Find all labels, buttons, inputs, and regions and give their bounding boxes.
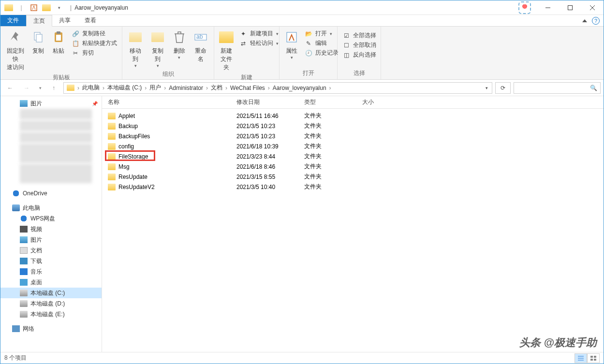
column-size[interactable]: 大小 (358, 98, 407, 106)
chevron-right-icon[interactable]: › (75, 85, 81, 91)
forward-button[interactable]: → (20, 82, 33, 94)
nav-blurred-item[interactable] (20, 144, 92, 163)
breadcrumb-root-icon[interactable] (66, 85, 75, 91)
paste-shortcut-button[interactable]: 📋粘贴快捷方式 (72, 39, 117, 47)
nav-wps[interactable]: WPS网盘 (0, 213, 102, 224)
file-row[interactable]: config2021/6/18 10:39文件夹 (102, 141, 604, 151)
select-none-button[interactable]: ☐全部取消 (342, 41, 376, 49)
file-name: BackupFiles (118, 133, 150, 140)
breadcrumb-seg[interactable]: 本地磁盘 (C:) (106, 84, 143, 92)
navigation-pane[interactable]: 图片📌 OneDrive 此电脑 WPS网盘 视频 图片 文档 下载 音乐 桌面… (0, 96, 102, 352)
tab-view[interactable]: 查看 (78, 15, 103, 26)
thumbnails-view-button[interactable] (587, 353, 600, 363)
column-name[interactable]: 名称 (102, 98, 233, 106)
tab-share[interactable]: 共享 (52, 15, 78, 26)
chevron-right-icon[interactable]: › (143, 85, 148, 91)
recent-locations-button[interactable]: ▾ (36, 82, 44, 94)
search-input[interactable]: 🔍 (514, 82, 601, 94)
breadcrumb-seg[interactable]: 文档 (210, 84, 223, 92)
assistant-icon[interactable] (518, 1, 531, 14)
file-row[interactable]: ResUpdateV22021/3/5 10:40文件夹 (102, 182, 604, 192)
nav-drive-c[interactable]: 本地磁盘 (C:) (0, 288, 102, 298)
nav-pictures[interactable]: 图片📌 (0, 98, 102, 109)
help-icon[interactable]: ? (592, 17, 600, 25)
file-row[interactable]: Msg2021/6/18 8:46文件夹 (102, 161, 604, 172)
back-button[interactable]: ← (3, 82, 17, 94)
pin-to-quick-access-button[interactable]: 固定到快 速访问 (2, 29, 28, 73)
maximize-button[interactable] (559, 0, 581, 15)
cut-button[interactable]: ✂剪切 (72, 49, 117, 57)
rename-button[interactable]: ab重命名 (190, 29, 212, 64)
folder-icon (108, 133, 116, 140)
close-button[interactable] (581, 0, 604, 15)
breadcrumb-seg[interactable]: 用户 (148, 84, 162, 92)
new-item-button[interactable]: ✦新建项目 (239, 29, 279, 38)
nav-thispc[interactable]: 此电脑 (0, 203, 102, 213)
divider-icon: | (15, 2, 27, 14)
breadcrumb-seg[interactable]: 此电脑 (81, 84, 101, 92)
nav-blurred-item[interactable] (20, 120, 92, 131)
chevron-down-icon[interactable]: ▾ (486, 86, 488, 90)
invert-selection-button[interactable]: ◫反向选择 (342, 51, 376, 59)
up-button[interactable]: ↑ (47, 82, 60, 94)
tab-file[interactable]: 文件 (0, 15, 26, 26)
properties-qat-icon[interactable] (28, 2, 40, 14)
chevron-right-icon[interactable]: › (204, 85, 210, 91)
minimize-button[interactable] (537, 0, 559, 15)
statusbar: 8 个项目 (0, 352, 604, 364)
column-headers[interactable]: 名称 修改日期 类型 大小 (102, 96, 604, 109)
breadcrumb[interactable]: › 此电脑› 本地磁盘 (C:)› 用户› Administrator› 文档›… (63, 82, 492, 94)
qat-dropdown-icon[interactable]: ▾ (53, 2, 65, 14)
nav-downloads[interactable]: 下载 (0, 256, 102, 266)
nav-onedrive[interactable]: OneDrive (0, 188, 102, 199)
nav-documents[interactable]: 文档 (0, 245, 102, 256)
file-row[interactable]: ResUpdate2021/3/15 8:55文件夹 (102, 172, 604, 182)
nav-blurred-item[interactable] (20, 109, 92, 119)
file-row[interactable]: BackupFiles2021/3/5 10:23文件夹 (102, 131, 604, 141)
folder-icon (3, 2, 15, 14)
nav-drive-e[interactable]: 本地磁盘 (E:) (0, 309, 102, 320)
breadcrumb-seg[interactable]: Aarow_loveyanyalun (272, 85, 327, 91)
easy-access-button[interactable]: ⇄轻松访问 (239, 39, 279, 47)
pc-icon (12, 204, 20, 211)
copy-path-button[interactable]: 🔗复制路径 (72, 29, 117, 38)
collapse-ribbon-icon[interactable] (582, 19, 587, 22)
file-row[interactable]: Backup2021/3/5 10:23文件夹 (102, 121, 604, 131)
nav-pictures2[interactable]: 图片 (0, 234, 102, 245)
file-date: 2021/5/11 16:46 (233, 113, 300, 119)
new-folder-button[interactable]: 新建 文件夹 (216, 29, 236, 73)
breadcrumb-seg[interactable]: WeChat Files (229, 85, 266, 91)
move-to-button[interactable]: 移动到 (124, 29, 147, 69)
column-type[interactable]: 类型 (300, 98, 358, 106)
copy-button[interactable]: 复制 (28, 29, 48, 56)
tab-home[interactable]: 主页 (26, 15, 52, 27)
nav-drive-d[interactable]: 本地磁盘 (D:) (0, 298, 102, 309)
file-row[interactable]: Applet2021/5/11 16:46文件夹 (102, 111, 604, 121)
properties-button[interactable]: 属性 (281, 29, 302, 61)
folder-qat-icon[interactable] (41, 2, 52, 14)
refresh-button[interactable]: ⟳ (495, 82, 511, 94)
nav-blurred-item[interactable] (20, 164, 92, 183)
delete-button[interactable]: 删除 (169, 29, 189, 61)
paste-button[interactable]: 粘贴 (48, 29, 69, 56)
details-view-button[interactable] (575, 353, 587, 363)
breadcrumb-seg[interactable]: Administrator (168, 85, 204, 91)
nav-network[interactable]: 网络 (0, 323, 102, 334)
nav-blurred-item[interactable] (20, 132, 92, 143)
history-button[interactable]: 🕘历史记录 (305, 49, 339, 57)
select-all-button[interactable]: ☑全部选择 (342, 31, 376, 40)
chevron-right-icon[interactable]: › (266, 85, 272, 91)
nav-desktop[interactable]: 桌面 (0, 277, 102, 288)
nav-videos[interactable]: 视频 (0, 224, 102, 234)
group-label-open: 打开 (281, 68, 335, 79)
chevron-right-icon[interactable]: › (101, 85, 106, 91)
chevron-right-icon[interactable]: › (327, 85, 333, 91)
chevron-right-icon[interactable]: › (223, 85, 229, 91)
nav-music[interactable]: 音乐 (0, 266, 102, 277)
column-date[interactable]: 修改日期 (233, 98, 300, 106)
copy-to-button[interactable]: 复制到 (147, 29, 169, 69)
edit-button[interactable]: ✎编辑 (305, 39, 339, 47)
chevron-right-icon[interactable]: › (162, 85, 168, 91)
open-button[interactable]: 📂打开 (305, 29, 339, 38)
file-row[interactable]: FileStorage2021/3/23 8:44文件夹 (102, 151, 604, 161)
